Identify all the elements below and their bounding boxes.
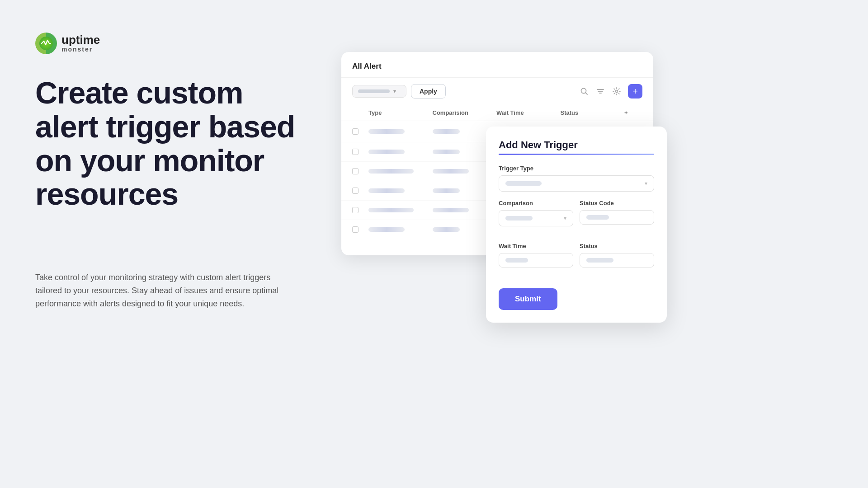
row-type [368,163,433,180]
waittime-status-row: Wait Time Status [499,243,654,267]
hero-area: Create custom alert trigger based on you… [35,76,307,211]
svg-point-1 [581,89,586,94]
col-checkbox [352,105,368,121]
row-type [368,182,433,199]
row-type [368,202,433,219]
status-code-label: Status Code [580,200,654,206]
panel-toolbar: ▾ Apply [341,78,653,105]
trigger-panel-title: Add New Trigger [499,139,654,151]
col-comparison: Comparision [433,105,497,121]
logo-uptime-text: uptime [61,34,100,46]
toolbar-right: + [579,84,642,99]
filter-icon[interactable] [595,86,605,96]
trigger-type-group: Trigger Type ▾ [499,165,654,192]
chevron-down-icon: ▾ [393,88,396,94]
status-group: Status [580,243,654,267]
comparison-select[interactable]: ▾ [499,210,573,226]
comparison-status-row: Comparison ▾ Status Code [499,200,654,226]
logo-text: uptime monster [61,34,100,53]
trigger-panel: Add New Trigger Trigger Type ▾ Compariso… [486,127,667,323]
search-icon[interactable] [579,86,589,96]
row-checkbox[interactable] [352,162,368,181]
hero-title: Create custom alert trigger based on you… [35,76,307,211]
panel-header: All Alert [341,52,653,78]
svg-point-6 [616,90,618,93]
row-checkbox[interactable] [352,142,368,161]
settings-icon[interactable] [612,86,622,96]
filter-bar [358,89,390,93]
col-type: Type [368,105,433,121]
status-code-input[interactable] [580,210,654,225]
comparison-group: Comparison ▾ [499,200,573,226]
row-checkbox[interactable] [352,181,368,200]
status-input[interactable] [580,253,654,267]
col-actions: + [624,105,642,121]
logo: uptime monster [35,33,100,54]
row-checkbox[interactable] [352,220,368,239]
row-type [368,143,433,160]
row-type [368,123,433,140]
svg-line-2 [586,93,588,95]
comparison-label: Comparison [499,200,573,206]
logo-icon [35,33,57,54]
row-checkbox[interactable] [352,201,368,220]
status-label: Status [580,243,654,249]
submit-button[interactable]: Submit [499,288,557,310]
col-wait-time: Wait Time [496,105,561,121]
trigger-type-select[interactable]: ▾ [499,175,654,192]
trigger-type-label: Trigger Type [499,165,654,172]
logo-monster-text: monster [61,46,100,53]
row-type [368,221,433,238]
col-status: Status [561,105,625,121]
status-code-group: Status Code [580,200,654,226]
wait-time-input[interactable] [499,253,573,267]
wait-time-label: Wait Time [499,243,573,249]
filter-dropdown[interactable]: ▾ [352,85,406,98]
row-checkbox[interactable] [352,122,368,141]
panel-title: All Alert [352,62,382,70]
trigger-type-select-wrapper: ▾ [499,175,654,192]
add-trigger-button[interactable]: + [628,84,642,99]
table-header: Type Comparision Wait Time Status + [341,105,653,121]
wait-time-group: Wait Time [499,243,573,267]
hero-description: Take control of your monitoring strategy… [35,271,288,310]
trigger-divider [499,154,654,155]
toolbar-left: ▾ Apply [352,84,446,99]
apply-button[interactable]: Apply [411,84,446,99]
